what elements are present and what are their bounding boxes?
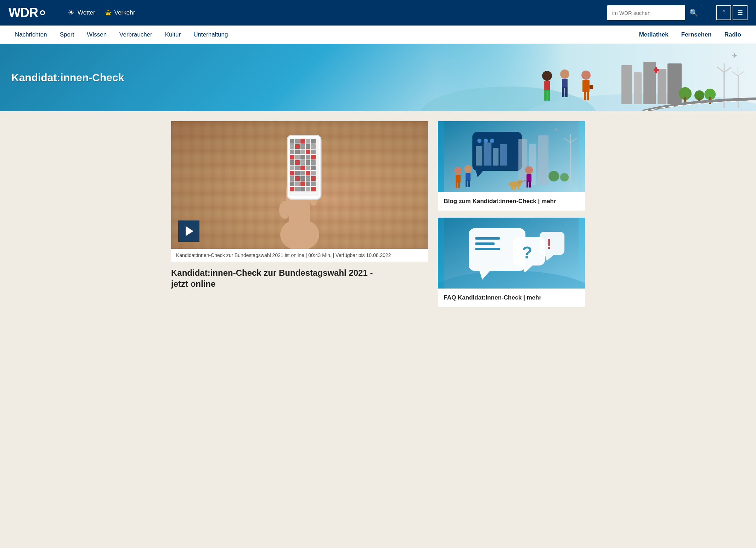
svg-rect-72: [311, 160, 316, 165]
nav-fernsehen[interactable]: Fernsehen: [675, 26, 718, 44]
video-thumbnail[interactable]: [171, 121, 428, 249]
svg-text:?: ?: [522, 243, 532, 262]
svg-rect-75: [300, 166, 305, 170]
search-button[interactable]: 🔍: [685, 5, 702, 20]
nav-radio[interactable]: Radio: [718, 26, 747, 44]
svg-rect-108: [519, 139, 527, 185]
faq-illustration: ? !: [438, 218, 585, 289]
wdr-logo[interactable]: WDR: [9, 5, 45, 20]
faq-card-image: ? !: [438, 218, 585, 289]
svg-rect-134: [529, 181, 531, 188]
nav-wissen[interactable]: Wissen: [80, 26, 113, 44]
svg-rect-146: [540, 232, 565, 255]
svg-rect-73: [290, 166, 294, 170]
svg-rect-106: [500, 144, 507, 166]
nav-kultur[interactable]: Kultur: [159, 26, 187, 44]
svg-rect-95: [300, 187, 305, 191]
svg-rect-32: [565, 87, 568, 97]
traffic-link[interactable]: 🛣 Verkehr: [105, 9, 135, 17]
search-input[interactable]: [607, 5, 685, 20]
svg-rect-57: [311, 144, 316, 149]
svg-rect-132: [527, 174, 532, 182]
svg-rect-80: [300, 171, 305, 175]
blog-card-image: ✈: [438, 121, 585, 192]
svg-rect-74: [295, 166, 300, 170]
svg-rect-142: [475, 248, 500, 250]
svg-rect-123: [466, 173, 471, 181]
video-thumb-inner: [171, 121, 428, 249]
play-button[interactable]: [178, 220, 199, 242]
svg-rect-89: [295, 181, 300, 186]
svg-rect-56: [306, 144, 310, 149]
svg-rect-88: [290, 181, 294, 186]
svg-point-44: [279, 201, 290, 219]
svg-rect-110: [538, 135, 549, 185]
svg-rect-35: [584, 91, 586, 100]
svg-point-102: [490, 139, 495, 143]
svg-rect-70: [300, 160, 305, 165]
nav-media-links: Mediathek Fernsehen Radio: [633, 26, 747, 44]
side-card-faq[interactable]: ? ! FAQ Kandidat:innen-Check | mehr: [438, 218, 585, 307]
weather-icon: ☀: [68, 8, 75, 17]
svg-rect-78: [290, 171, 294, 175]
svg-rect-59: [295, 150, 300, 154]
svg-rect-61: [306, 150, 310, 154]
chevron-up-icon: ⌃: [721, 9, 727, 17]
menu-button[interactable]: ☰: [733, 5, 747, 20]
svg-text:!: !: [547, 236, 552, 252]
svg-rect-66: [306, 155, 310, 160]
svg-rect-85: [300, 176, 305, 181]
svg-rect-119: [456, 175, 461, 183]
svg-rect-125: [468, 180, 470, 187]
svg-rect-71: [306, 160, 310, 165]
svg-text:✈: ✈: [554, 127, 559, 133]
svg-rect-50: [300, 139, 305, 144]
svg-rect-84: [295, 176, 300, 181]
svg-rect-133: [527, 181, 529, 188]
blog-card-title: Blog zum Kandidat:innen-Check | mehr: [438, 192, 585, 211]
header-icons: ⌃ ☰: [716, 5, 747, 20]
svg-rect-27: [544, 90, 547, 101]
video-card: Kandidat:innen-Check zur Bundestagswahl …: [171, 121, 428, 262]
svg-rect-53: [290, 144, 294, 149]
collapse-button[interactable]: ⌃: [716, 5, 731, 20]
svg-rect-65: [300, 155, 305, 160]
nav-links: Nachrichten Sport Wissen Verbraucher Kul…: [9, 26, 234, 44]
svg-rect-97: [311, 187, 316, 191]
svg-rect-113: [570, 142, 571, 185]
svg-rect-68: [290, 160, 294, 165]
search-icon: 🔍: [689, 9, 698, 17]
svg-point-100: [478, 139, 482, 143]
svg-rect-69: [295, 160, 300, 165]
svg-rect-54: [295, 144, 300, 149]
svg-rect-77: [311, 166, 316, 170]
side-card-blog[interactable]: ✈: [438, 121, 585, 211]
svg-rect-120: [456, 182, 458, 188]
svg-rect-124: [466, 180, 468, 187]
nav-unterhaltung[interactable]: Unterhaltung: [187, 26, 234, 44]
nav-nachrichten[interactable]: Nachrichten: [9, 26, 53, 44]
svg-rect-96: [306, 187, 310, 191]
svg-rect-104: [484, 142, 492, 166]
svg-rect-67: [311, 155, 316, 160]
hamburger-icon: ☰: [737, 9, 743, 17]
svg-rect-31: [562, 87, 564, 97]
svg-rect-86: [306, 176, 310, 181]
svg-rect-79: [295, 171, 300, 175]
logo-circle: [40, 10, 45, 15]
svg-rect-82: [311, 171, 316, 175]
main-right: ✈: [438, 121, 585, 307]
search-bar: 🔍: [607, 5, 702, 20]
weather-link[interactable]: ☀ Wetter: [68, 8, 95, 17]
svg-point-25: [542, 71, 552, 81]
svg-point-112: [560, 173, 569, 181]
svg-rect-9: [654, 69, 659, 71]
nav-verbraucher[interactable]: Verbraucher: [113, 26, 159, 44]
svg-rect-49: [295, 139, 300, 144]
svg-rect-63: [290, 155, 294, 160]
nav-mediathek[interactable]: Mediathek: [633, 26, 675, 44]
svg-rect-52: [311, 139, 316, 144]
nav-sport[interactable]: Sport: [53, 26, 81, 44]
svg-rect-6: [658, 69, 666, 104]
svg-rect-60: [300, 150, 305, 154]
